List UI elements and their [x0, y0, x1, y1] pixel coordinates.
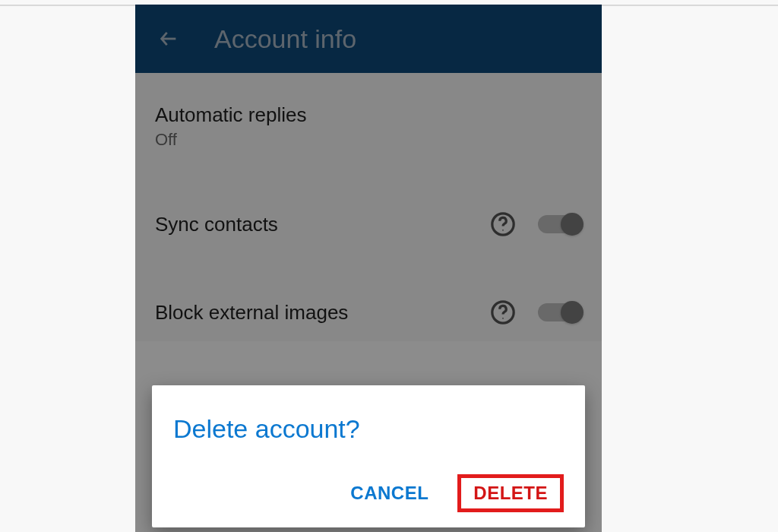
- delete-account-dialog: Delete account? CANCEL DELETE: [152, 385, 585, 527]
- delete-button[interactable]: DELETE: [457, 474, 564, 512]
- dialog-actions: CANCEL DELETE: [173, 474, 564, 512]
- cancel-button[interactable]: CANCEL: [346, 475, 433, 511]
- phone-frame: Account info Automatic replies Off Sync …: [135, 5, 602, 532]
- dialog-title: Delete account?: [173, 414, 564, 444]
